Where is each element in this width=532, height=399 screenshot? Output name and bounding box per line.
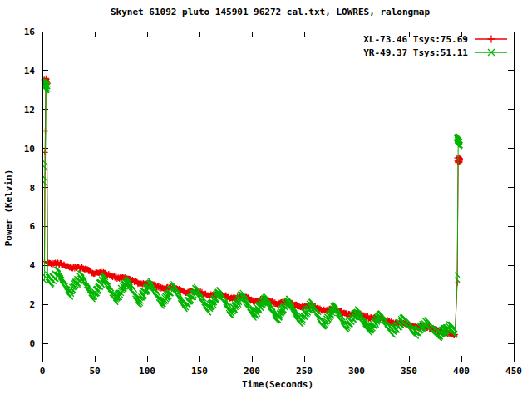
y-tick-label: 16 (24, 27, 36, 37)
x-tick-label: 250 (296, 366, 313, 377)
legend-label-xl: XL-73.46 Tsys:75.69 (363, 34, 468, 45)
x-tick-label: 450 (505, 366, 522, 377)
chart-background (0, 0, 532, 399)
x-tick-label: 150 (191, 366, 208, 377)
y-tick-label: 4 (29, 260, 35, 271)
x-axis-label: Time(Seconds) (242, 379, 313, 390)
y-tick-label: 10 (24, 144, 35, 155)
x-tick-label: 100 (139, 366, 155, 377)
power-vs-time-chart: Skynet_61092_pluto_145901_96272_cal.txt,… (0, 0, 532, 399)
x-tick-label: 0 (40, 366, 46, 377)
x-tick-label: 50 (89, 366, 100, 377)
y-tick-label: 0 (29, 338, 35, 349)
x-tick-label: 400 (453, 366, 470, 377)
y-tick-label: 8 (29, 183, 35, 194)
x-tick-label: 300 (348, 366, 365, 377)
x-tick-label: 200 (244, 366, 260, 377)
y-tick-label: 2 (29, 299, 35, 310)
y-axis-label: Power (Kelvin) (3, 170, 14, 247)
x-tick-label: 350 (401, 366, 417, 377)
y-tick-label: 12 (24, 105, 35, 116)
y-tick-label: 14 (24, 66, 36, 76)
y-tick-label: 6 (29, 221, 35, 232)
legend-label-yr: YR-49.37 Tsys:51.11 (363, 47, 468, 58)
chart-title: Skynet_61092_pluto_145901_96272_cal.txt,… (111, 7, 430, 17)
